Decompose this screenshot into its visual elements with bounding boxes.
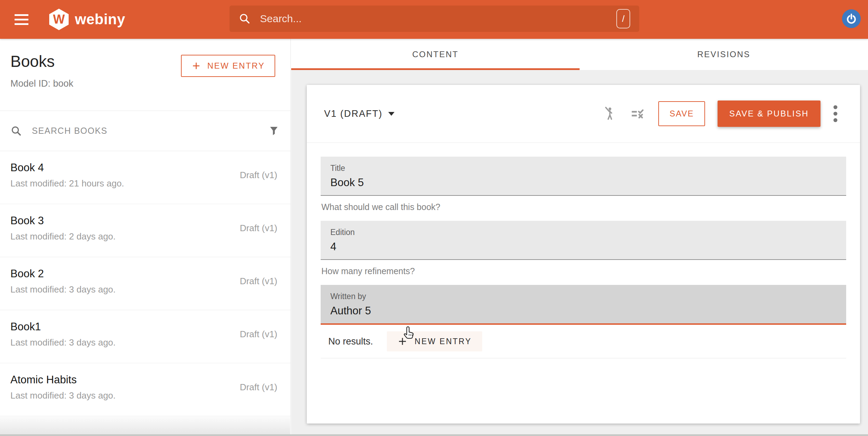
written-by-input[interactable] (330, 305, 821, 317)
reference-new-entry-button[interactable]: NEW ENTRY (387, 331, 482, 351)
entries-panel: Books Model ID: book NEW ENTRY (0, 39, 291, 436)
more-options-button[interactable] (833, 105, 838, 123)
edition-field[interactable]: Edition (321, 221, 846, 260)
field-helper-text: What should we call this book? (321, 202, 846, 212)
entry-title: Book 3 (10, 215, 44, 227)
entries-panel-header: Books Model ID: book NEW ENTRY (0, 39, 290, 111)
entry-form-card: V1 (DRAFT) (307, 85, 860, 424)
status-badge: Draft (v1) (240, 276, 277, 287)
model-id-label: Model ID: book (10, 78, 73, 89)
webiny-logo-icon: W (49, 9, 69, 30)
page-title: Books (10, 52, 55, 71)
tab-revisions[interactable]: REVISIONS (580, 39, 868, 70)
slash-shortcut-badge: / (616, 9, 630, 28)
status-badge: Draft (v1) (240, 329, 277, 340)
tab-content-label: CONTENT (412, 50, 459, 59)
search-icon (238, 12, 251, 25)
logo-letter: W (53, 12, 65, 27)
list-item-atomic-habits[interactable]: Atomic Habits Last modified: 3 days ago.… (0, 363, 290, 416)
edition-input[interactable] (330, 241, 821, 253)
list-item-book-3[interactable]: Book 3 Last modified: 2 days ago. Draft … (0, 204, 290, 257)
revision-selector[interactable]: V1 (DRAFT) (324, 108, 394, 119)
no-results-text: No results. (328, 336, 373, 347)
search-icon (10, 125, 22, 137)
list-item-book-2[interactable]: Book 2 Last modified: 3 days ago. Draft … (0, 257, 290, 310)
entry-title: Book1 (10, 321, 41, 333)
top-bar: W webiny / (0, 0, 868, 39)
global-search-bar[interactable]: / (229, 6, 639, 32)
field-group-edition: Edition How many refinements? (321, 221, 846, 276)
list-bottom-fade (0, 417, 290, 434)
field-group-title: Title What should we call this book? (321, 157, 846, 212)
field-label: Title (330, 164, 846, 173)
filter-icon (268, 125, 279, 137)
window-bottom-edge (0, 434, 868, 436)
entry-title: Book 2 (10, 268, 44, 280)
menu-icon (15, 14, 28, 16)
entries-search-input[interactable] (31, 125, 268, 136)
list-item-book-1[interactable]: Book1 Last modified: 3 days ago. Draft (… (0, 310, 290, 363)
editor-tabs: CONTENT REVISIONS (291, 39, 868, 70)
revision-selector-label: V1 (DRAFT) (324, 108, 383, 119)
entries-search-row (0, 111, 290, 151)
entry-modified: Last modified: 3 days ago. (10, 390, 116, 401)
status-badge: Draft (v1) (240, 223, 277, 234)
plus-icon (191, 61, 201, 71)
entry-modified: Last modified: 21 hours ago. (10, 178, 124, 189)
entry-title: Book 4 (10, 162, 44, 174)
title-field[interactable]: Title (321, 157, 846, 196)
new-entry-button[interactable]: NEW ENTRY (181, 55, 275, 77)
request-review-button[interactable] (601, 106, 617, 122)
list-check-cross-icon (629, 106, 646, 121)
kebab-menu-icon (833, 105, 838, 123)
list-item-book-4[interactable]: Book 4 Last modified: 21 hours ago. Draf… (0, 151, 290, 204)
entry-modified: Last modified: 3 days ago. (10, 337, 116, 348)
written-by-field[interactable]: Written by (321, 285, 846, 325)
global-search-input[interactable] (259, 12, 616, 25)
validation-toggle-button[interactable] (629, 106, 646, 121)
save-and-publish-button[interactable]: SAVE & PUBLISH (718, 101, 821, 127)
entry-form: Title What should we call this book? Edi… (307, 143, 860, 358)
logo-text: webiny (75, 11, 125, 28)
person-raised-arm-icon (601, 106, 617, 122)
webiny-logo[interactable]: W webiny (49, 9, 125, 30)
toolbar-actions: SAVE SAVE & PUBLISH (601, 101, 838, 127)
entry-modified: Last modified: 3 days ago. (10, 284, 116, 295)
field-helper-text: How many refinements? (321, 266, 846, 276)
field-group-written-by: Written by (321, 285, 846, 325)
tab-content[interactable]: CONTENT (291, 39, 580, 70)
webiny-cms-screen: W webiny / Books Model ID: book (0, 0, 868, 436)
status-badge: Draft (v1) (240, 382, 277, 393)
chevron-down-icon (388, 112, 394, 116)
user-avatar-button[interactable] (842, 9, 861, 28)
entry-modified: Last modified: 2 days ago. (10, 231, 116, 242)
reference-results-row: No results. NEW ENTRY (321, 325, 846, 358)
plus-icon (397, 336, 408, 347)
save-button[interactable]: SAVE (658, 101, 705, 126)
entry-title: Atomic Habits (10, 374, 77, 386)
field-label: Edition (330, 228, 846, 237)
filter-button[interactable] (268, 125, 280, 137)
title-input[interactable] (330, 176, 821, 189)
status-badge: Draft (v1) (240, 170, 277, 181)
reference-new-entry-label: NEW ENTRY (415, 337, 472, 346)
content-area: CONTENT REVISIONS V1 (DRAFT) (291, 39, 868, 436)
form-toolbar: V1 (DRAFT) (307, 85, 860, 143)
field-label: Written by (330, 292, 846, 301)
tab-revisions-label: REVISIONS (697, 50, 750, 59)
entries-list: Book 4 Last modified: 21 hours ago. Draf… (0, 151, 290, 416)
power-icon (845, 12, 858, 25)
new-entry-button-label: NEW ENTRY (207, 61, 265, 71)
hamburger-menu-button[interactable] (15, 14, 28, 25)
